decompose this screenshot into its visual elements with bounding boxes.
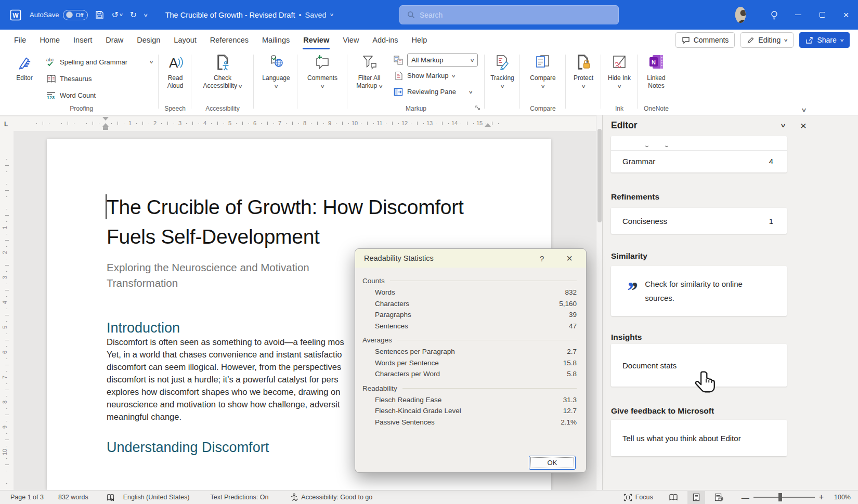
share-button[interactable]: Share ∨ — [799, 32, 850, 48]
focus-mode-button[interactable]: Focus — [623, 494, 653, 501]
language-button[interactable]: Language∨ — [260, 54, 292, 90]
customize-qat-icon[interactable]: ∨ — [143, 12, 148, 18]
stat-row-flesch-reading-ease: Flesch Reading Ease31.3 — [362, 394, 577, 406]
save-button[interactable] — [95, 10, 104, 19]
spelling-chevron-icon[interactable]: ∨ — [149, 59, 154, 64]
zoom-level[interactable]: 100% — [834, 494, 851, 501]
tracking-button[interactable]: Tracking∨ — [488, 54, 517, 90]
dialog-titlebar[interactable]: Readability Statistics ? × — [355, 249, 586, 268]
dialog-help-icon[interactable]: ? — [540, 254, 544, 263]
editor-pane: Editor ∨ × Grammar4 Refinements Concisen… — [602, 115, 858, 490]
vertical-ruler[interactable]: 12345678910 — [0, 131, 14, 490]
similarity-card[interactable]: ’’ Check for similarity to online source… — [611, 266, 787, 316]
collapse-ribbon-icon[interactable]: ∨ — [801, 107, 807, 113]
first-line-indent-marker[interactable] — [102, 117, 109, 121]
close-button[interactable]: × — [834, 0, 858, 30]
read-aloud-button[interactable]: A Read Aloud — [161, 54, 189, 90]
horizontal-ruler[interactable]: L 123456789101112131415 — [0, 116, 596, 131]
hanging-indent-marker[interactable] — [102, 123, 109, 127]
left-indent-marker[interactable] — [103, 127, 108, 130]
all-markup-dropdown[interactable]: All Markup ∨ — [407, 54, 478, 67]
editing-mode-button[interactable]: Editing ∨ — [740, 32, 794, 48]
reviewing-pane-button[interactable]: Reviewing Pane ∨ — [393, 84, 478, 100]
tab-view[interactable]: View — [336, 30, 366, 50]
lightbulb-icon[interactable] — [762, 0, 786, 30]
tab-references[interactable]: References — [203, 30, 255, 50]
grammar-row[interactable]: Grammar4 — [611, 151, 787, 172]
check-accessibility-button[interactable]: Check Accessibility ∨ — [202, 54, 243, 90]
zoom-slider-thumb[interactable] — [778, 493, 782, 501]
editor-pane-close-icon[interactable]: × — [800, 120, 807, 132]
read-mode-button[interactable] — [665, 491, 682, 504]
page-indicator[interactable]: Page 1 of 3 — [10, 494, 44, 501]
tab-draw[interactable]: Draw — [99, 30, 130, 50]
autosave-toggle[interactable]: AutoSave Off — [30, 10, 88, 20]
comments-button[interactable]: Comments — [675, 32, 735, 48]
tab-design[interactable]: Design — [130, 30, 167, 50]
svg-text:W: W — [12, 11, 19, 19]
hide-ink-button[interactable]: Hide Ink ∨ — [607, 54, 632, 90]
tab-help[interactable]: Help — [405, 30, 434, 50]
tab-file[interactable]: File — [7, 30, 33, 50]
document-heading-title[interactable]: The Crucible of Growth: How Discomfort F… — [107, 192, 463, 251]
reviewing-pane-chevron-icon[interactable]: ∨ — [468, 89, 473, 95]
thesaurus-button[interactable]: Thesaurus — [46, 70, 153, 87]
proofing-errors-icon[interactable] — [106, 494, 115, 501]
print-layout-button[interactable] — [687, 491, 705, 504]
tab-insert[interactable]: Insert — [67, 30, 99, 50]
tracking-icon — [494, 54, 511, 73]
show-markup-button[interactable]: Show Markup ∨ — [393, 68, 478, 84]
scrollbar-thumb[interactable] — [597, 129, 602, 222]
document-title[interactable]: The Crucible of Growth - Revised Draft •… — [165, 11, 333, 19]
text-predictions-indicator[interactable]: Text Predictions: On — [210, 494, 268, 501]
zoom-out-button[interactable]: — — [742, 493, 749, 502]
tab-stop-selector[interactable]: L — [4, 121, 8, 128]
document-subtitle[interactable]: Exploring the Neuroscience and Motivatio… — [107, 260, 309, 291]
editor-pane-chevron-icon[interactable]: ∨ — [780, 122, 786, 129]
tab-add-ins[interactable]: Add-ins — [366, 30, 405, 50]
tab-review[interactable]: Review — [296, 30, 336, 50]
tab-home[interactable]: Home — [33, 30, 67, 50]
tab-layout[interactable]: Layout — [167, 30, 203, 50]
heading-understanding-discomfort[interactable]: Understanding Discomfort — [107, 440, 269, 456]
group-onenote: N Linked Notes OneNote — [638, 50, 675, 115]
title-chevron-icon[interactable]: ∨ — [329, 12, 334, 17]
web-layout-button[interactable] — [710, 491, 728, 504]
filter-all-markup-button[interactable]: Filter All Markup ∨ — [349, 54, 389, 90]
document-scrollbar[interactable] — [596, 115, 602, 490]
tab-mailings[interactable]: Mailings — [255, 30, 296, 50]
heading-introduction[interactable]: Introduction — [107, 320, 180, 336]
language-indicator[interactable]: English (United States) — [123, 494, 190, 501]
editor-pane-title: Editor — [611, 120, 638, 131]
conciseness-row[interactable]: Conciseness1 — [611, 208, 787, 234]
compare-button[interactable]: Compare∨ — [527, 54, 558, 90]
undo-chevron-icon[interactable]: ∨ — [119, 13, 123, 17]
spelling-row-partial[interactable] — [611, 136, 787, 151]
search-input[interactable]: Search — [399, 5, 619, 24]
accessibility-status[interactable]: Accessibility: Good to go — [290, 493, 372, 501]
hide-ink-chevron-icon: ∨ — [617, 83, 621, 90]
spelling-grammar-button[interactable]: abc Spelling and Grammar ∨ — [46, 54, 153, 70]
zoom-slider[interactable] — [753, 497, 815, 498]
avatar[interactable] — [735, 0, 759, 30]
document-body-paragraph[interactable]: Discomfort is often seen as something to… — [107, 336, 344, 423]
ok-button[interactable]: OK — [529, 456, 576, 470]
feedback-button[interactable]: Tell us what you think about Editor — [611, 420, 787, 456]
search-placeholder: Search — [420, 11, 443, 19]
word-count-button[interactable]: 123 Word Count — [46, 87, 153, 103]
redo-button[interactable]: ↻ — [130, 11, 137, 19]
right-indent-marker[interactable] — [485, 123, 491, 127]
markup-dialog-launcher-icon[interactable] — [475, 105, 481, 111]
word-count-indicator[interactable]: 832 words — [58, 494, 88, 501]
ribbon-comments-button[interactable]: Comments∨ — [306, 54, 339, 90]
editor-button[interactable]: Editor — [7, 54, 42, 82]
restore-button[interactable] — [810, 0, 834, 30]
protect-button[interactable]: Protect∨ — [569, 54, 598, 90]
word-app-icon[interactable]: W — [9, 8, 22, 22]
linked-notes-button[interactable]: N Linked Notes — [642, 54, 671, 90]
display-for-review-combobox[interactable]: All Markup ∨ — [393, 52, 478, 68]
zoom-in-button[interactable]: + — [819, 493, 824, 502]
minimize-button[interactable] — [786, 0, 810, 30]
undo-button[interactable]: ↺∨ — [111, 11, 122, 19]
dialog-close-icon[interactable]: × — [566, 253, 573, 263]
